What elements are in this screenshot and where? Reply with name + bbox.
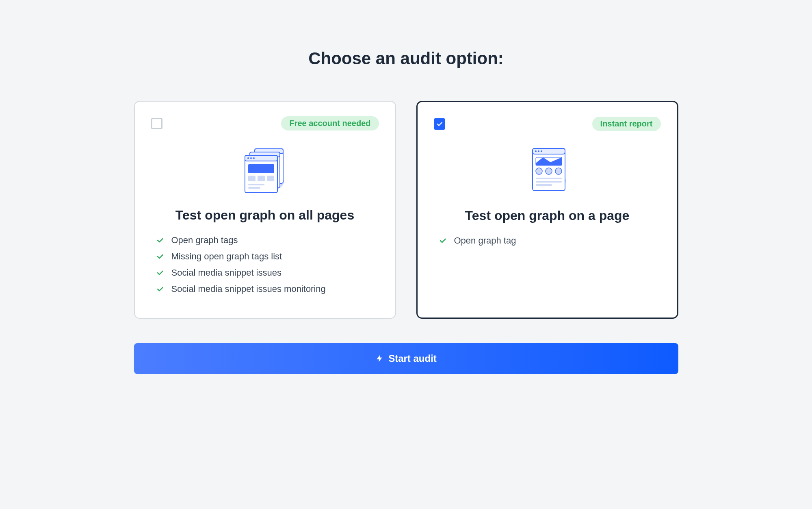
checkmark-icon [156, 252, 164, 261]
checkbox-unchecked[interactable] [151, 118, 162, 129]
svg-rect-27 [536, 181, 562, 183]
badge-instant-report: Instant report [592, 117, 661, 131]
card-title-single-page: Test open graph on a page [434, 208, 661, 223]
svg-point-24 [546, 168, 552, 174]
svg-rect-18 [533, 148, 565, 154]
feature-item: Social media snippet issues [156, 268, 379, 278]
start-audit-button[interactable]: Start audit [134, 343, 678, 374]
audit-options-container: Choose an audit option: Free account nee… [134, 49, 678, 509]
feature-item: Social media snippet issues monitoring [156, 284, 379, 294]
feature-item: Missing open graph tags list [156, 251, 379, 262]
svg-point-7 [247, 157, 249, 159]
svg-rect-11 [248, 176, 256, 181]
svg-rect-6 [245, 155, 277, 161]
svg-point-20 [538, 150, 539, 152]
card-header: Free account needed [151, 116, 379, 131]
svg-rect-10 [248, 164, 274, 173]
feature-item: Open graph tag [439, 235, 661, 246]
illustration-single-page [434, 143, 661, 196]
badge-free-account: Free account needed [281, 116, 379, 131]
svg-point-8 [250, 157, 252, 159]
checkbox-checked[interactable] [434, 118, 445, 130]
svg-point-19 [535, 150, 537, 152]
feature-list: Open graph tag [434, 235, 661, 246]
svg-rect-28 [536, 184, 552, 186]
card-header: Instant report [434, 117, 661, 131]
checkmark-icon [439, 237, 447, 245]
feature-label: Open graph tags [171, 235, 238, 246]
check-icon [436, 120, 443, 128]
svg-rect-26 [536, 178, 562, 179]
card-title-all-pages: Test open graph on all pages [151, 208, 379, 223]
checkmark-icon [156, 236, 164, 244]
feature-item: Open graph tags [156, 235, 379, 246]
lightning-bolt-icon [375, 355, 383, 363]
feature-label: Social media snippet issues [171, 268, 281, 278]
svg-rect-15 [248, 187, 260, 189]
svg-rect-14 [248, 184, 264, 185]
illustration-multi-pages [151, 143, 379, 196]
feature-label: Social media snippet issues monitoring [171, 284, 326, 294]
svg-rect-13 [267, 176, 274, 181]
svg-point-21 [541, 150, 542, 152]
option-cards-row: Free account needed [134, 101, 678, 319]
feature-list: Open graph tags Missing open graph tags … [151, 235, 379, 294]
feature-label: Missing open graph tags list [171, 251, 282, 262]
svg-point-9 [253, 157, 255, 159]
checkmark-icon [156, 285, 164, 293]
option-card-all-pages[interactable]: Free account needed [134, 101, 396, 319]
start-audit-label: Start audit [388, 353, 437, 364]
svg-point-25 [555, 168, 562, 174]
page-title: Choose an audit option: [134, 49, 678, 68]
svg-rect-12 [258, 176, 265, 181]
feature-label: Open graph tag [454, 235, 516, 246]
option-card-single-page[interactable]: Instant report [416, 101, 678, 319]
svg-point-23 [536, 168, 542, 174]
checkmark-icon [156, 269, 164, 277]
